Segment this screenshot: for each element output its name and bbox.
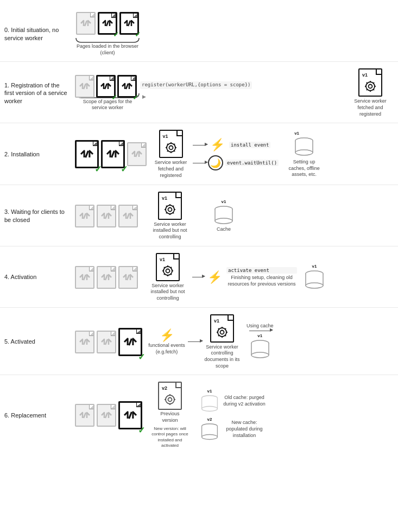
- diagram-container: 0. Initial situation, no service worker: [0, 0, 398, 459]
- svg-line-36: [127, 213, 129, 219]
- cache-label-2: Setting up caches, offline assets, etc.: [285, 159, 323, 178]
- svg-line-16: [86, 151, 89, 157]
- sw-icon-1: v1: [358, 68, 382, 97]
- page-icon-gray-6b: [97, 404, 116, 427]
- checkmark-0b: ✓: [135, 30, 142, 38]
- cache-v-4: v1: [312, 264, 317, 269]
- step-2-row: 2. Installation ✓ ✓: [0, 130, 398, 179]
- svg-line-18: [136, 151, 138, 157]
- brace-0: [75, 37, 140, 43]
- step-2-label: 2. Installation: [0, 150, 71, 158]
- new-cache-label: New cache: populated during installation: [223, 420, 266, 439]
- svg-line-53: [105, 275, 108, 280]
- sw-label-1: Service worker fetched and registered: [351, 98, 389, 117]
- sw-v-label-5: v1: [214, 318, 219, 324]
- svg-line-52: [84, 275, 86, 280]
- functional-label-5: functional events (e.g.fetch): [148, 343, 186, 355]
- sw-icon-2: v1: [159, 130, 183, 158]
- page-icon-gray-1: [75, 75, 94, 98]
- sw-icon-4: v1: [156, 253, 180, 281]
- step-2-block: 2. Installation ✓ ✓: [0, 123, 398, 185]
- page-icon-gray-3a: [75, 205, 94, 227]
- step-6-label: 6. Replacement: [0, 411, 71, 419]
- step-6-block: 6. Replacement ✓: [0, 375, 398, 454]
- page-icon-gray-3c: [118, 205, 138, 227]
- step-3-row: 3. Waiting for clients to be closed: [0, 192, 398, 240]
- old-cache-icon-6: [200, 394, 219, 414]
- step-0-desc: Pages loaded in the browser (client): [75, 43, 140, 56]
- page-icon-gray-4c: [118, 266, 138, 289]
- new-cache-icon-6: [200, 422, 219, 442]
- sw-v-label-2: v1: [163, 134, 168, 139]
- step-1-scope-label: Scope of pages for the service worker: [75, 99, 140, 111]
- svg-line-5: [126, 84, 128, 89]
- step-4-block: 4. Activation: [0, 246, 398, 308]
- cache-icon-2: [293, 136, 315, 158]
- sw-label-3: Service worker installed but not control…: [151, 221, 189, 240]
- new-cache-v-6: v2: [207, 417, 212, 422]
- svg-point-92: [168, 398, 172, 402]
- sw-icon-6-v2: v2: [158, 382, 182, 410]
- step-1-label: 1. Registration of the first version of …: [0, 81, 71, 105]
- page-icon-gray-4b: [97, 266, 116, 289]
- step-0-label: 0. Initial situation, no service worker: [0, 26, 71, 42]
- cache-v-5: v1: [257, 333, 262, 338]
- svg-line-0: [85, 21, 87, 26]
- cache-icon-3: [213, 205, 235, 226]
- svg-point-51: [215, 218, 232, 224]
- svg-point-7: [369, 85, 372, 88]
- svg-line-72: [129, 338, 132, 345]
- page-icon-gray-3b: [97, 205, 116, 227]
- sw-v-label-4: v1: [160, 257, 165, 262]
- svg-point-74: [220, 330, 224, 334]
- sw-v-label-1: v1: [362, 72, 368, 78]
- sw-label-2: Service worker fetched and registered: [153, 160, 188, 179]
- svg-point-91: [166, 395, 174, 404]
- svg-point-106: [202, 434, 218, 439]
- svg-line-1: [106, 21, 109, 26]
- svg-line-90: [129, 412, 132, 419]
- svg-line-2: [128, 21, 130, 26]
- new-version-label: New version: will control pages once ins…: [151, 426, 189, 449]
- lightning-2a: ⚡: [210, 138, 225, 152]
- page-icon-gray-6a: [75, 404, 94, 427]
- svg-line-35: [105, 213, 108, 219]
- svg-line-34: [84, 213, 86, 219]
- svg-point-20: [169, 146, 173, 150]
- page-icon-gray-2: [127, 142, 147, 166]
- checkmark-5: ✓: [138, 352, 146, 359]
- install-event: install event: [229, 142, 270, 148]
- page-icon-gray-4a: [75, 266, 94, 289]
- sw-icon-5: v1: [210, 314, 234, 343]
- cache-icon-5: [249, 339, 271, 360]
- lightning-4: ⚡: [207, 270, 222, 284]
- cache-v-2: v1: [294, 131, 315, 136]
- sw-icon-3: v1: [158, 192, 182, 220]
- activate-event: activate event: [226, 267, 297, 274]
- svg-point-69: [306, 283, 323, 288]
- svg-line-3: [84, 84, 86, 89]
- wait-icon-2: 🌙: [208, 155, 223, 170]
- sw-v-label-3: v1: [162, 195, 167, 201]
- step-4-label: 4. Activation: [0, 273, 71, 281]
- lightning-5: ⚡: [160, 328, 174, 343]
- svg-line-70: [84, 339, 86, 345]
- sw-label-5: Service worker controlling documents in …: [203, 344, 241, 370]
- svg-point-38: [168, 207, 172, 211]
- old-cache-v-6: v1: [207, 389, 212, 394]
- page-icon-gray-5a: [75, 331, 94, 353]
- svg-line-4: [105, 84, 107, 89]
- svg-point-87: [251, 352, 269, 358]
- sw-label-4: Service worker installed but not control…: [149, 283, 187, 302]
- cache-icon-4: [304, 269, 325, 291]
- svg-line-89: [105, 413, 108, 418]
- prev-version-label: Previous version: [155, 411, 185, 423]
- svg-point-56: [166, 269, 170, 273]
- old-cache-label: Old cache: purged during v2 activation: [223, 395, 266, 407]
- step-5-block: 5. Activated ✓: [0, 308, 398, 376]
- step-6-row: 6. Replacement ✓: [0, 382, 398, 448]
- step-0-block: 0. Initial situation, no service worker: [0, 5, 398, 62]
- wait-until: event.waitUntil(): [225, 160, 279, 166]
- activate-desc: Finishing setup, cleaning old resources …: [226, 275, 297, 287]
- step-5-label: 5. Activated: [0, 338, 71, 345]
